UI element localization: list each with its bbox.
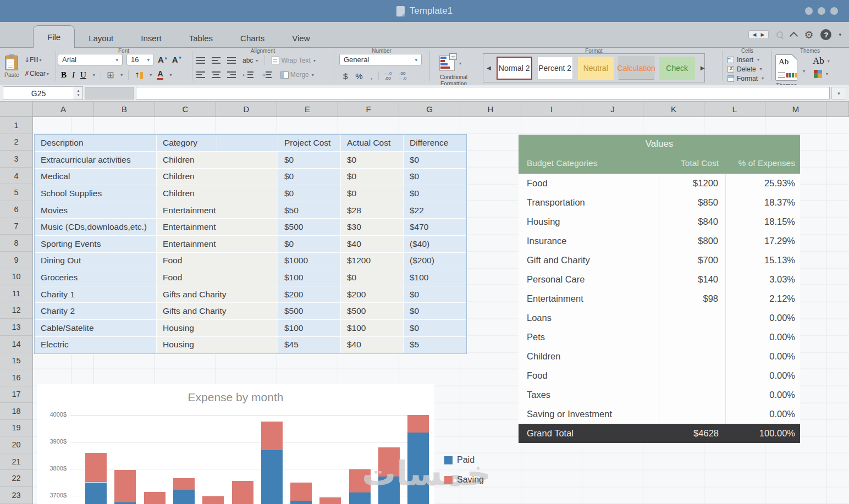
forward-icon[interactable]: ▶ bbox=[761, 32, 765, 37]
expense-chart[interactable]: Expense by month 4000$3900$3800$3700$ bbox=[37, 384, 434, 504]
values-cell[interactable] bbox=[659, 347, 726, 366]
column-header-A[interactable]: A bbox=[33, 102, 94, 117]
column-header-C[interactable]: C bbox=[155, 102, 216, 117]
expense-cell[interactable]: ($200) bbox=[404, 253, 466, 270]
values-cell[interactable]: 3.03% bbox=[726, 270, 800, 289]
tab-layout[interactable]: Layout bbox=[75, 29, 127, 48]
bold-button[interactable]: B bbox=[61, 70, 67, 80]
formula-bar-expand-icon[interactable]: ▾ bbox=[831, 87, 846, 99]
expense-cell[interactable]: Music (CDs,downloads,etc.) bbox=[35, 219, 157, 236]
cell-reference-box[interactable]: G25 bbox=[3, 86, 74, 100]
row-header-18[interactable]: 18 bbox=[0, 403, 32, 420]
bar-paid[interactable] bbox=[349, 492, 371, 504]
row-header-10[interactable]: 10 bbox=[0, 268, 32, 285]
expense-cell[interactable]: Food bbox=[157, 269, 278, 286]
values-cell[interactable]: Personal Care bbox=[519, 270, 659, 289]
bar-saving[interactable] bbox=[173, 478, 195, 490]
expense-cell[interactable]: Children bbox=[157, 185, 278, 202]
column-header-E[interactable]: E bbox=[277, 102, 338, 117]
expense-cell[interactable]: Entertainment bbox=[157, 236, 278, 253]
values-cell[interactable]: 2.12% bbox=[726, 289, 800, 308]
gallery-left-icon[interactable]: ◀ bbox=[487, 65, 491, 71]
expense-cell[interactable]: $50 bbox=[278, 202, 341, 219]
values-cell[interactable]: Insurance bbox=[519, 231, 659, 251]
style-chip-calculation[interactable]: Calculation bbox=[619, 57, 654, 80]
bar-saving[interactable] bbox=[202, 496, 224, 504]
formula-input[interactable] bbox=[136, 87, 830, 99]
row-header-16[interactable]: 16 bbox=[0, 369, 32, 386]
tab-file[interactable]: File bbox=[33, 25, 75, 48]
style-chip-neutral[interactable]: Neutral bbox=[578, 57, 614, 80]
expense-cell[interactable]: $45 bbox=[278, 337, 341, 354]
increase-font-button[interactable]: A▲ bbox=[158, 55, 168, 64]
values-cell[interactable]: $98 bbox=[659, 289, 726, 308]
values-cell[interactable]: 0.00% bbox=[726, 308, 800, 328]
chevron-down-icon[interactable]: ▾ bbox=[150, 73, 152, 77]
row-header-20[interactable]: 20 bbox=[0, 436, 32, 453]
window-dot-icon[interactable] bbox=[830, 7, 838, 15]
values-cell[interactable]: $840 bbox=[659, 212, 726, 231]
font-family-select[interactable]: Arial ▾ bbox=[58, 54, 123, 65]
tab-tables[interactable]: Tables bbox=[175, 29, 227, 48]
row-header-15[interactable]: 15 bbox=[0, 352, 32, 369]
bar-paid[interactable] bbox=[85, 483, 107, 504]
bar-saving[interactable] bbox=[378, 447, 400, 477]
row-header-3[interactable]: 3 bbox=[0, 151, 32, 168]
column-header-M[interactable]: M bbox=[765, 102, 826, 117]
style-chip-normal-2[interactable]: Normal 2 bbox=[497, 57, 532, 80]
collapse-ribbon-icon[interactable] bbox=[790, 31, 798, 40]
chevron-down-icon[interactable]: ▾ bbox=[803, 69, 805, 74]
expense-cell[interactable]: $0 bbox=[341, 169, 404, 186]
row-header-11[interactable]: 11 bbox=[0, 285, 32, 302]
column-header-H[interactable]: H bbox=[460, 102, 521, 117]
bar-saving[interactable] bbox=[114, 470, 136, 502]
row-header-17[interactable]: 17 bbox=[0, 386, 32, 403]
expense-cell[interactable]: $40 bbox=[341, 337, 404, 354]
expense-cell[interactable]: $1000 bbox=[278, 253, 341, 270]
values-cell[interactable]: Transportation bbox=[519, 193, 659, 212]
expense-cell[interactable]: Groceries bbox=[35, 269, 157, 286]
tab-charts[interactable]: Charts bbox=[227, 29, 278, 48]
row-header-23[interactable]: 23 bbox=[0, 487, 32, 504]
values-cell[interactable]: $700 bbox=[659, 251, 726, 270]
expense-cell[interactable]: Extracurricular activities bbox=[35, 152, 157, 169]
back-icon[interactable]: ◀ bbox=[753, 32, 757, 37]
expense-cell[interactable]: Cable/Satelite bbox=[35, 320, 157, 337]
values-cell[interactable]: Gift and Charity bbox=[519, 251, 659, 270]
expense-cell[interactable]: Gifts and Charity bbox=[157, 286, 278, 303]
decrease-decimal-button[interactable]: .00←.0 bbox=[399, 71, 407, 81]
row-header-2[interactable]: 2 bbox=[0, 134, 32, 151]
expense-cell[interactable]: $0 bbox=[341, 152, 404, 169]
values-cell[interactable]: 18.37% bbox=[726, 193, 800, 212]
expense-cell[interactable]: Children bbox=[157, 152, 278, 169]
format-cells-button[interactable]: Format▾ bbox=[727, 74, 764, 82]
values-cell[interactable]: 0.00% bbox=[726, 347, 800, 366]
style-chip-check[interactable]: Check bbox=[659, 57, 695, 80]
values-cell[interactable] bbox=[659, 385, 726, 405]
currency-format-button[interactable]: $ bbox=[343, 71, 348, 81]
column-header-D[interactable]: D bbox=[216, 102, 277, 117]
wrap-text-button[interactable]: Wrap Text▾ bbox=[272, 57, 316, 64]
values-cell[interactable]: Loans bbox=[519, 308, 659, 328]
values-cell[interactable]: 17.29% bbox=[726, 231, 800, 251]
values-cell[interactable] bbox=[659, 405, 726, 424]
values-cell[interactable]: Saving or Investment bbox=[519, 405, 659, 424]
expense-cell[interactable]: Entertainment bbox=[157, 202, 278, 219]
row-header-13[interactable]: 13 bbox=[0, 319, 32, 336]
expense-cell[interactable]: Housing bbox=[157, 337, 278, 354]
paste-button[interactable]: Paste bbox=[4, 54, 19, 78]
expense-cell[interactable]: School Supplies bbox=[35, 185, 157, 202]
expense-cell[interactable]: $470 bbox=[404, 219, 466, 236]
text-transform-button[interactable]: abc▾ bbox=[242, 57, 258, 64]
values-cell[interactable]: $140 bbox=[659, 270, 726, 289]
values-cell[interactable]: Housing bbox=[519, 212, 659, 231]
expense-cell[interactable]: $0 bbox=[404, 169, 466, 186]
row-header-6[interactable]: 6 bbox=[0, 201, 32, 218]
bar-saving[interactable] bbox=[144, 492, 166, 504]
bar-paid[interactable] bbox=[261, 450, 283, 504]
expense-cell[interactable]: $0 bbox=[341, 185, 404, 202]
expense-cell[interactable]: $500 bbox=[278, 219, 341, 236]
cell-reference-stepper[interactable]: ▲▼ bbox=[74, 86, 83, 100]
tab-insert[interactable]: Insert bbox=[127, 29, 175, 48]
values-cell[interactable]: Children bbox=[519, 347, 659, 366]
